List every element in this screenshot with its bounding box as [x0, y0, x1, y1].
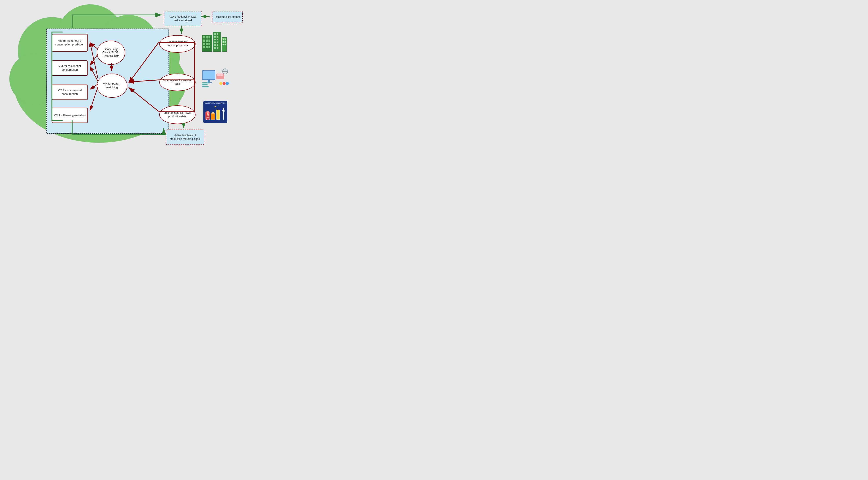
svg-rect-14 — [203, 43, 205, 45]
svg-rect-17 — [203, 46, 205, 48]
svg-rect-21 — [214, 33, 216, 35]
svg-rect-25 — [214, 39, 216, 40]
svg-rect-9 — [206, 36, 208, 38]
blob-box: Binary Large Object (BLOB) Historical da… — [97, 41, 125, 65]
svg-rect-16 — [209, 43, 210, 45]
realtime-data-stream: Realtime data stream — [212, 11, 243, 23]
feedback-production-reducing: Active feedback of production reducing s… — [166, 130, 204, 145]
feedback-load-reducing: Active feedback of load-reducing signal — [164, 11, 202, 26]
smart-meter-weather: Smart meters for weather data — [159, 73, 195, 91]
svg-rect-13 — [209, 39, 210, 42]
svg-point-54 — [222, 82, 226, 85]
svg-rect-41 — [203, 71, 215, 79]
svg-rect-51 — [202, 84, 208, 86]
svg-rect-46 — [220, 74, 223, 76]
svg-rect-31 — [214, 47, 216, 49]
svg-rect-23 — [214, 36, 216, 37]
weather-icon — [201, 67, 229, 89]
svg-rect-35 — [224, 38, 226, 40]
smart-meter-consumption: Smart meters for consumption data — [159, 35, 195, 53]
svg-rect-18 — [206, 46, 208, 48]
svg-rect-34 — [222, 38, 224, 40]
svg-rect-27 — [214, 41, 216, 43]
svg-rect-29 — [214, 44, 216, 46]
svg-rect-26 — [217, 39, 218, 40]
svg-rect-38 — [222, 44, 224, 45]
svg-rect-45 — [217, 74, 220, 76]
vm-box-power-gen: VM for Power generation — [52, 107, 88, 123]
svg-rect-12 — [206, 39, 208, 42]
svg-point-55 — [226, 82, 229, 85]
svg-rect-58 — [207, 111, 209, 113]
svg-rect-52 — [202, 86, 209, 87]
svg-rect-11 — [203, 39, 205, 42]
svg-rect-28 — [217, 41, 218, 43]
svg-rect-37 — [224, 41, 226, 42]
svg-rect-8 — [203, 36, 205, 38]
electricity-icon: ELECTRICITY GENERATION ★ ✦ — [203, 101, 227, 123]
svg-text:✦: ✦ — [217, 104, 219, 106]
vm-pattern-matching: VM for pattern matching — [97, 73, 127, 98]
svg-rect-59 — [211, 113, 215, 120]
diagram-container: VM for next hour's consumption predictio… — [5, 2, 258, 143]
buildings-icon — [201, 31, 227, 53]
svg-rect-10 — [209, 36, 210, 38]
svg-line-63 — [222, 109, 223, 112]
vm-box-commercial: VM for commercial consumption — [52, 85, 88, 100]
svg-rect-32 — [217, 47, 218, 49]
svg-rect-61 — [216, 110, 220, 120]
svg-rect-19 — [209, 46, 210, 48]
svg-text:★: ★ — [214, 105, 217, 108]
svg-point-53 — [219, 82, 222, 85]
svg-rect-39 — [224, 44, 226, 45]
svg-rect-22 — [217, 33, 218, 35]
svg-line-64 — [223, 109, 225, 112]
svg-rect-50 — [202, 82, 210, 84]
svg-text:ELECTRICITY GENERATION: ELECTRICITY GENERATION — [205, 102, 225, 104]
svg-rect-30 — [217, 44, 218, 46]
svg-rect-15 — [206, 43, 208, 45]
svg-rect-24 — [217, 36, 218, 37]
svg-rect-60 — [212, 112, 214, 114]
smart-meter-power-production: Smart meters for Power production data — [159, 105, 195, 124]
vm-box-consumption-prediction: VM for next hour's consumption predictio… — [52, 34, 88, 52]
vm-box-residential: VM for residential consumption — [52, 60, 88, 76]
svg-rect-36 — [222, 41, 224, 42]
svg-rect-42 — [208, 80, 210, 82]
